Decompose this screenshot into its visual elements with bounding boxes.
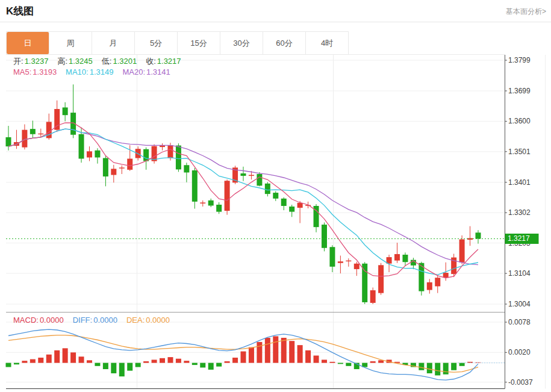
candle-body	[249, 175, 254, 176]
candle-body	[338, 261, 343, 263]
macd-bar	[443, 363, 449, 375]
candle-body	[30, 129, 36, 134]
candle-body	[322, 225, 327, 248]
macd-bar	[152, 359, 157, 362]
macd-bar	[79, 356, 84, 362]
candle-body	[241, 173, 246, 176]
legend-item: 收:1.3217	[146, 57, 181, 66]
legend-item: MA10:1.3149	[66, 67, 113, 76]
axis-label: 1.3401	[508, 178, 531, 187]
macd-bar	[435, 363, 440, 376]
axis-label: 1.3104	[508, 269, 531, 278]
macd-bar	[281, 338, 287, 363]
macd-bar	[232, 358, 238, 363]
candle-body	[273, 193, 278, 199]
candle-body	[329, 247, 335, 267]
candle-body	[394, 254, 400, 261]
candle-body	[257, 174, 262, 185]
tab-周[interactable]: 周	[49, 32, 92, 54]
macd-bar	[160, 358, 165, 363]
macd-bar	[249, 347, 254, 363]
macd-bar	[314, 355, 319, 362]
candle-body	[87, 151, 92, 157]
legend-item: 开:1.3237	[13, 57, 48, 66]
candle-body	[443, 273, 449, 278]
candle-body	[143, 149, 149, 161]
tab-日[interactable]: 日	[7, 32, 49, 54]
macd-bar	[346, 363, 351, 366]
macd-bar	[14, 363, 19, 365]
macd-bar	[143, 361, 149, 363]
legend-item: DIFF:0.0000	[73, 316, 117, 325]
price-tag-value: 1.3217	[508, 234, 530, 243]
macd-bar	[103, 363, 108, 369]
macd-bar	[427, 363, 432, 373]
legend-item: 低:1.3201	[102, 57, 137, 66]
tab-60分[interactable]: 60分	[263, 32, 306, 54]
candle-body	[216, 205, 222, 212]
macd-bar	[127, 363, 132, 371]
macd-bar	[305, 350, 311, 363]
candle-body	[354, 264, 360, 269]
candle-body	[22, 130, 27, 148]
macd-bar	[216, 363, 222, 367]
candle-body	[476, 232, 481, 238]
macd-bar	[111, 363, 116, 373]
legend-item: DEA:0.0000	[126, 316, 170, 325]
macd-bar	[87, 360, 92, 362]
candle-body	[459, 240, 465, 263]
candle-body	[176, 146, 181, 170]
macd-bar	[289, 341, 294, 362]
candle-body	[289, 207, 294, 212]
candle-body	[427, 282, 432, 290]
axis-label: 0.0020	[508, 348, 531, 356]
macd-bar	[265, 338, 270, 363]
legend-item: 高:1.3245	[57, 57, 92, 66]
macd-bar	[459, 363, 465, 366]
macd-bar	[225, 361, 230, 363]
candle-body	[6, 137, 11, 146]
candle-body	[167, 145, 173, 158]
tab-15分[interactable]: 15分	[178, 32, 220, 54]
candle-body	[265, 184, 270, 194]
macd-bar	[46, 355, 52, 363]
candle-body	[111, 169, 116, 175]
macd-bar	[22, 361, 27, 362]
axis-label: 1.3501	[508, 148, 531, 156]
macd-bar	[370, 361, 376, 363]
macd-bar	[176, 359, 181, 363]
macd-bar	[200, 363, 205, 368]
axis-label: 1.3600	[508, 117, 531, 125]
candle-body	[95, 151, 100, 158]
macd-bar	[30, 359, 36, 363]
macd-bar	[192, 363, 198, 365]
macd-bar	[63, 348, 68, 362]
legend-item: MA5:1.3193	[13, 67, 57, 76]
macd-bar	[378, 360, 384, 362]
candle-body	[346, 261, 351, 261]
candle-body	[402, 255, 408, 262]
macd-bar	[119, 363, 125, 377]
tab-月[interactable]: 月	[92, 32, 135, 54]
macd-bar	[257, 342, 262, 363]
macd-histogram	[6, 336, 481, 376]
candle-body	[38, 134, 43, 134]
axis-label: 1.3004	[508, 300, 531, 308]
axis-label: 1.3699	[508, 87, 531, 95]
axis-label: 0.0078	[508, 318, 531, 326]
macd-bar	[329, 362, 335, 363]
candle-body	[184, 165, 189, 172]
candle-body	[63, 107, 68, 115]
macd-bar	[135, 363, 141, 367]
axis-label: -0.0037	[508, 378, 533, 387]
tab-30分[interactable]: 30分	[220, 32, 263, 54]
macd-bar	[208, 363, 214, 370]
macd-bar	[322, 359, 327, 362]
tab-5分[interactable]: 5分	[135, 32, 178, 54]
macd-bar	[167, 357, 173, 363]
candle-body	[127, 159, 132, 170]
candle-body	[208, 201, 214, 206]
macd-bar	[241, 352, 246, 363]
tab-4时[interactable]: 4时	[306, 32, 348, 54]
macd-bar	[451, 363, 456, 370]
